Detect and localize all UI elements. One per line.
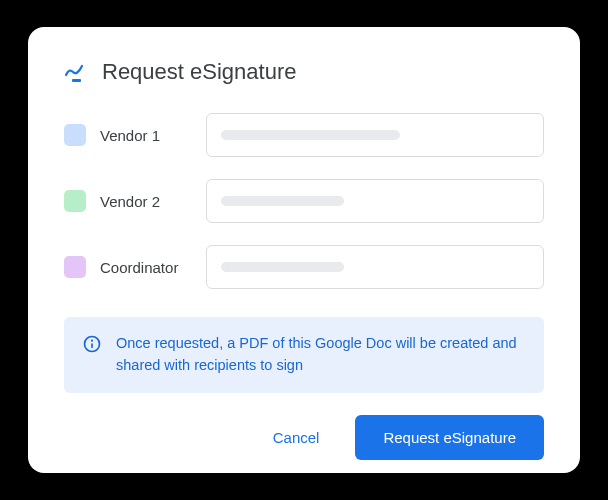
signer-label: Vendor 2	[100, 193, 192, 210]
info-text: Once requested, a PDF of this Google Doc…	[116, 333, 526, 377]
svg-rect-0	[72, 79, 81, 82]
request-esignature-button[interactable]: Request eSignature	[355, 415, 544, 460]
signer-row: Coordinator	[64, 245, 544, 289]
signature-icon	[64, 60, 88, 84]
placeholder-bar	[221, 130, 400, 140]
signer-color-chip	[64, 124, 86, 146]
dialog-actions: Cancel Request eSignature	[64, 415, 544, 460]
placeholder-bar	[221, 196, 344, 206]
signer-row: Vendor 1	[64, 113, 544, 157]
signer-row: Vendor 2	[64, 179, 544, 223]
signer-input[interactable]	[206, 179, 544, 223]
signer-input[interactable]	[206, 245, 544, 289]
svg-point-2	[91, 340, 93, 342]
cancel-button[interactable]: Cancel	[249, 417, 344, 458]
signer-input[interactable]	[206, 113, 544, 157]
placeholder-bar	[221, 262, 344, 272]
info-icon	[82, 334, 102, 354]
signer-color-chip	[64, 256, 86, 278]
dialog-header: Request eSignature	[64, 59, 544, 85]
esignature-dialog: Request eSignature Vendor 1 Vendor 2 Coo…	[28, 27, 580, 473]
signer-color-chip	[64, 190, 86, 212]
svg-rect-3	[91, 343, 93, 348]
signer-label: Vendor 1	[100, 127, 192, 144]
info-banner: Once requested, a PDF of this Google Doc…	[64, 317, 544, 393]
signer-label: Coordinator	[100, 259, 192, 276]
dialog-title: Request eSignature	[102, 59, 296, 85]
signers-list: Vendor 1 Vendor 2 Coordinator	[64, 113, 544, 289]
